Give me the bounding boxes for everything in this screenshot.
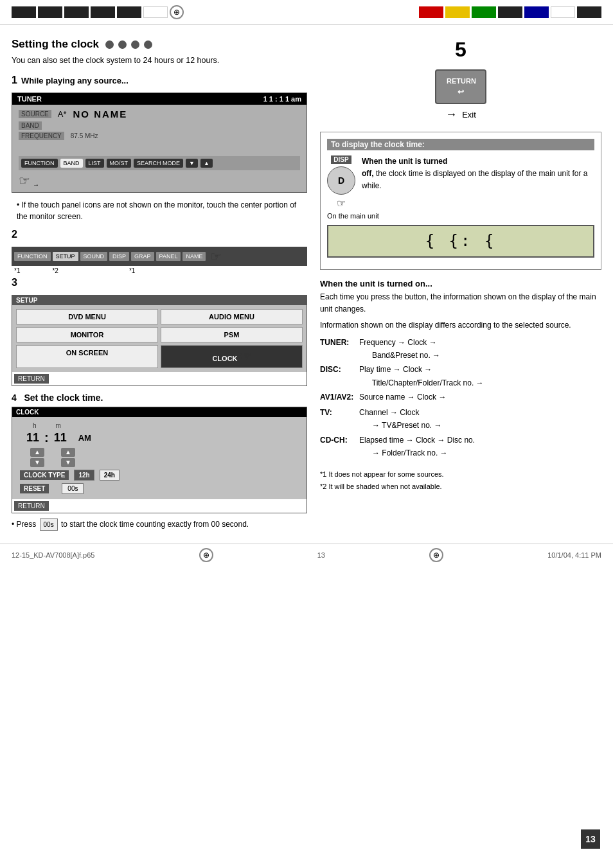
tuner-time: 1 1 : 1 1 am [263,95,301,103]
tuner-no-name: NO NAME [73,109,128,120]
step4-text: Set the clock time. [24,393,103,403]
info-row-tv: TV: Channel → Clock → TV&Preset no. → [320,406,601,432]
bar-seg-2 [38,6,62,18]
section-title-text: Setting the clock [12,38,99,51]
clock-reset-label: RESET [20,484,49,493]
right-column: 5 RETURN ↩ → Exit To display the clock t… [320,38,601,531]
arr-up-min[interactable]: ▲ [61,448,75,457]
info-row-av: AV1/AV2: Source name → Clock → [320,391,601,405]
tuner-buttons: FUNCTION BAND LIST MO/ST SEARCH MODE ▼ ▲ [19,156,300,170]
setup-psm[interactable]: PSM [161,327,303,342]
tuner-name: TUNER [17,95,42,103]
menu-btn-setup[interactable]: SETUP [53,252,78,261]
menu-btn-grap[interactable]: GRAP [131,252,154,261]
page-number: 13 [581,829,600,849]
setup-return[interactable]: RETURN [14,374,49,384]
arr-down-min[interactable]: ▼ [61,458,75,467]
press-text-before: • Press [12,520,36,529]
tuner-row-1: SOURCE A* NO NAME [19,109,300,120]
bar-seg-r7 [577,6,601,18]
disp-text-area: When the unit is turned off, the clock t… [362,155,594,193]
setup-box: SETUP DVD MENU AUDIO MENU MONITOR PSM ON… [12,295,307,386]
dot-3 [131,40,139,49]
menu-bar: FUNCTION SETUP SOUND DISP GRAP PANEL NAM… [12,247,307,266]
footnote-2: *2 It will be shaded when not available. [320,481,601,493]
crosshair-icon: ⊕ [170,5,184,19]
lcd-chars: { {: { [425,232,497,250]
tuner-row-2: BAND [19,121,300,130]
clock-return-btn[interactable]: RETURN [14,501,49,511]
bottom-bar: 12-15_KD-AV7008[A]f.p65 ⊕ 13 ⊕ 10/1/04, … [0,544,613,566]
info-cdch-chain: Elapsed time → Clock → Disc no. → Folder… [359,434,601,460]
tuner-btn-up[interactable]: ▲ [200,159,213,168]
menu-btn-disp[interactable]: DISP [109,252,129,261]
step4-num: 4 [12,393,17,403]
step4-heading: 4 Set the clock time. [12,393,307,403]
menu-btn-panel[interactable]: PANEL [156,252,181,261]
tuner-freq-label: FREQUENCY [19,132,64,140]
setup-audio-menu[interactable]: AUDIO MENU [161,309,303,324]
turned-on-desc2: Information shown on the display differs… [320,319,601,332]
disp-hand-icon: ☞ [337,197,346,209]
hand-icon-1: ☞ [19,173,30,188]
arr-up-hour[interactable]: ▲ [30,448,44,457]
step3-heading-row: 3 [12,277,307,292]
step5-num: 5 [455,38,466,62]
bar-seg-6 [143,6,168,18]
clock-00s[interactable]: 00s [62,483,84,494]
setup-monitor[interactable]: MONITOR [16,327,158,342]
main-content: Setting the clock You can also set the c… [0,25,613,537]
menu-btn-function[interactable]: FUNCTION [14,252,51,261]
clock-24h-btn[interactable]: 24h [100,470,120,481]
clock-body: h m 11 : 11 AM ▲ ▼ [12,417,306,499]
ast-1: *1 [14,267,20,274]
hand-icon-2: ☞ [210,249,222,264]
setup-on-screen[interactable]: ON SCREEN [16,345,158,368]
ast-3: *1 [129,267,135,274]
clock-header: CLOCK [12,407,306,417]
info-row-cdch: CD-CH: Elapsed time → Clock → Disc no. →… [320,434,601,460]
tuner-btn-most[interactable]: MO/ST [107,159,132,168]
bar-seg-r6 [551,6,575,18]
menu-btn-sound[interactable]: SOUND [80,252,108,261]
clock-colon: : [44,430,49,445]
on-main-unit-label: On the main unit [327,212,594,220]
clock-reset-row: RESET 00s [20,483,299,494]
turned-on-section: When the unit is turned on... Each time … [320,279,601,459]
clock-minute: 11 [54,431,67,445]
bottom-crosshair: ⊕ [199,548,213,562]
arrow-pair-hour: ▲ ▼ [30,448,44,467]
step1-heading: While playing any source... [21,76,129,85]
setup-clock[interactable]: CLOCK ☞ [161,345,303,368]
menu-btn-name[interactable]: NAME [182,252,206,261]
tuner-btn-list[interactable]: LIST [85,159,104,168]
step1-heading-row: 1 While playing any source... [12,75,307,90]
tuner-btn-search[interactable]: SEARCH MODE [134,159,183,168]
info-table: TUNER: Frequency → Clock → Band&Preset n… [320,336,601,460]
step5-area: 5 RETURN ↩ → Exit [320,38,601,121]
setup-dvd-menu[interactable]: DVD MENU [16,309,158,324]
clock-12h-btn[interactable]: 12h [74,470,94,481]
bar-seg-1 [12,6,36,18]
tuner-btn-function[interactable]: FUNCTION [21,159,58,168]
tuner-btn-down[interactable]: ▼ [186,159,198,168]
arr-down-hour[interactable]: ▼ [30,458,44,467]
press-btn-inline[interactable]: 00s [40,518,58,531]
step2-heading-row: 2 [12,229,307,244]
bar-right [419,5,601,19]
dot-1 [105,40,114,49]
turned-on-title: When the unit is turned on... [320,279,601,288]
return-btn-large[interactable]: RETURN ↩ [435,69,486,104]
hand-arrow-1: → [33,181,39,188]
bar-seg-r5 [524,6,549,18]
step3-label: 3 [12,277,17,288]
clock-arrows: ▲ ▼ ▲ ▼ [30,448,299,467]
disp-section-title: To display the clock time: [327,139,594,150]
info-row-tuner: TUNER: Frequency → Clock → Band&Preset n… [320,336,601,362]
clock-type-label: CLOCK TYPE [20,470,69,480]
footer-page: 13 [317,551,325,559]
tuner-btn-band[interactable]: BAND [60,159,83,168]
disp-button[interactable]: D [327,166,355,195]
tuner-freq-value: 87.5 MHz [71,132,98,139]
top-bar: ⊕ [0,0,613,25]
